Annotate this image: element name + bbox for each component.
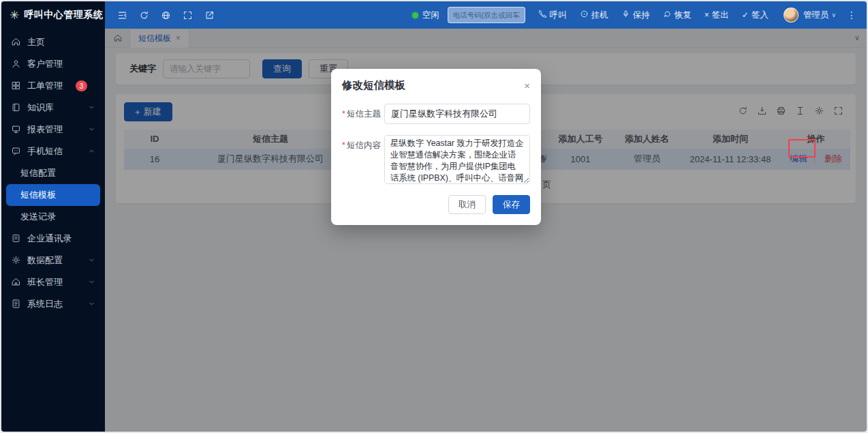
user-name: 管理员 — [803, 10, 829, 21]
hold-button[interactable]: 保持 — [621, 10, 650, 21]
sidebar-item-sms-template[interactable]: 短信模板 — [6, 184, 100, 206]
sidebar-item-reports[interactable]: 报表管理 — [1, 119, 105, 140]
app-window: ✳ 呼叫中心管理系统 主页 客户管理 工单管理 3 知识库 — [0, 0, 868, 433]
sidebar-item-sms[interactable]: 手机短信 — [1, 140, 105, 162]
contacts-icon — [11, 233, 22, 244]
cancel-button[interactable]: 取消 — [448, 195, 486, 214]
phone-number-input[interactable] — [448, 7, 525, 23]
app-logo: ✳ 呼叫中心管理系统 — [1, 1, 105, 29]
sidebar-item-directory[interactable]: 企业通讯录 — [1, 228, 105, 250]
sms-subject-input[interactable] — [384, 104, 530, 124]
gear-icon — [11, 255, 22, 266]
sidebar-item-monitor-mgmt[interactable]: 班长管理 — [1, 271, 105, 293]
status-dot-icon — [412, 12, 418, 18]
sidebar-item-customers[interactable]: 客户管理 — [1, 53, 105, 75]
sidebar-item-sms-records[interactable]: 发送记录 — [1, 206, 105, 228]
workorder-badge: 3 — [76, 80, 87, 91]
chevron-down-icon — [88, 278, 95, 288]
resume-icon — [663, 10, 672, 20]
sign-out-icon: × — [704, 11, 709, 19]
chevron-down-icon: ∨ — [831, 12, 836, 18]
content-field-row: *短信内容 星纵数字 Yeastar 致力于研发打造企业智慧通信解决方案，围绕企… — [342, 135, 530, 184]
chevron-down-icon — [88, 103, 95, 113]
sign-in-icon: ✓ — [742, 11, 749, 19]
message-icon — [11, 146, 22, 157]
topbar-tools — [105, 10, 215, 20]
collapse-menu-icon[interactable] — [117, 10, 127, 20]
sidebar-item-knowledge[interactable]: 知识库 — [1, 97, 105, 119]
chevron-up-icon — [88, 147, 95, 157]
sidebar: ✳ 呼叫中心管理系统 主页 客户管理 工单管理 3 知识库 — [1, 1, 105, 432]
fullscreen-icon[interactable] — [183, 10, 193, 20]
sidebar-item-sms-config[interactable]: 短信配置 — [1, 162, 105, 184]
sms-content-textarea[interactable]: 星纵数字 Yeastar 致力于研发打造企业智慧通信解决方案，围绕企业语音智慧协… — [384, 135, 530, 184]
hangup-button[interactable]: 挂机 — [580, 10, 608, 21]
refresh-icon[interactable] — [139, 10, 149, 20]
close-icon[interactable]: × — [524, 80, 530, 91]
house-icon — [11, 277, 22, 288]
sidebar-item-workorders[interactable]: 工单管理 3 — [1, 75, 105, 97]
topbar: 空闲 呼叫 挂机 保持 恢复 × 签出 — [105, 1, 867, 29]
avatar[interactable] — [784, 8, 799, 23]
modal-title: 修改短信模板 — [342, 78, 405, 93]
user-icon — [11, 59, 22, 70]
globe-icon[interactable] — [161, 10, 171, 20]
logo-pinwheel-icon: ✳ — [10, 10, 19, 21]
sidebar-item-home[interactable]: 主页 — [1, 31, 105, 53]
agent-status: 空闲 — [412, 10, 439, 21]
hold-icon — [621, 10, 630, 20]
modal-footer: 取消 保存 — [342, 195, 530, 214]
content-label: *短信内容 — [342, 135, 384, 184]
status-label: 空闲 — [422, 10, 439, 21]
required-mark: * — [342, 109, 345, 119]
modal-header: 修改短信模板 × — [342, 78, 530, 93]
edit-link-annotation-box — [788, 139, 816, 158]
home-icon — [11, 37, 22, 48]
log-icon — [11, 299, 22, 310]
resume-button[interactable]: 恢复 — [663, 10, 692, 21]
chevron-down-icon — [88, 299, 95, 310]
more-menu-icon[interactable]: ⋮ — [847, 10, 857, 20]
grid-icon — [11, 80, 22, 91]
sidebar-item-syslog[interactable]: 系统日志 — [1, 293, 105, 315]
app-title: 呼叫中心管理系统 — [24, 9, 103, 21]
required-mark: * — [342, 140, 345, 150]
sign-in-button[interactable]: ✓ 签入 — [742, 10, 769, 21]
topbar-right: 空闲 呼叫 挂机 保持 恢复 × 签出 — [412, 7, 867, 23]
sidebar-item-dataconfig[interactable]: 数据配置 — [1, 250, 105, 271]
sidebar-nav: 主页 客户管理 工单管理 3 知识库 报表管理 — [1, 29, 105, 315]
monitor-icon — [11, 124, 22, 135]
chevron-down-icon — [88, 256, 95, 266]
save-button[interactable]: 保存 — [493, 195, 530, 214]
call-button[interactable]: 呼叫 — [538, 10, 567, 21]
chevron-down-icon — [88, 125, 95, 135]
subject-label: *短信主题 — [342, 104, 384, 124]
subject-field-row: *短信主题 — [342, 104, 530, 124]
book-icon — [11, 102, 22, 113]
phone-icon — [538, 10, 547, 20]
hangup-icon — [580, 10, 589, 20]
user-menu[interactable]: 管理员 ∨ — [803, 10, 836, 21]
sign-out-button[interactable]: × 签出 — [704, 10, 729, 21]
external-link-icon[interactable] — [204, 10, 215, 20]
edit-sms-template-modal: 修改短信模板 × *短信主题 *短信内容 星纵数字 Yeastar 致力于研发打… — [331, 69, 541, 225]
